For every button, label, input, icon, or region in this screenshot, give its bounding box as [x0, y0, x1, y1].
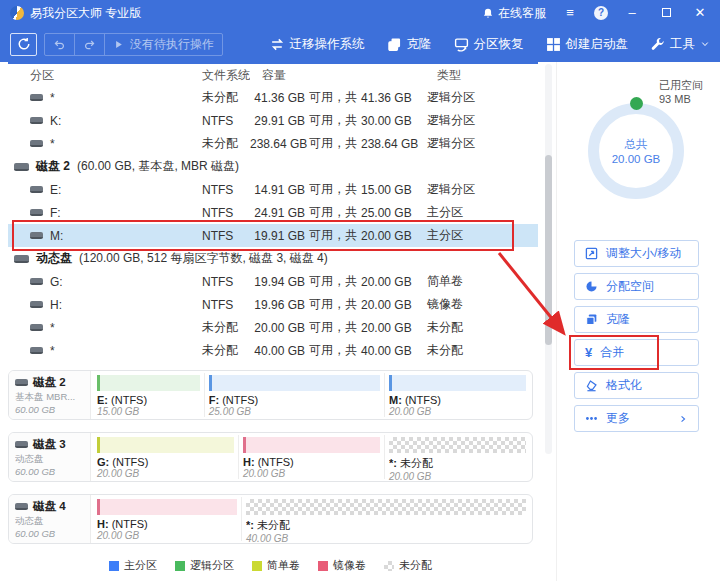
legend-label: 镜像卷	[333, 558, 366, 573]
table-row[interactable]: * 未分配 238.64 GB 可用，共 238.64 GB 逻辑分区	[8, 132, 538, 155]
table-row[interactable]: G: NTFS 19.94 GB 可用，共 20.00 GB 简单卷	[8, 270, 538, 293]
disk-group-info: (60.00 GB, 基本盘, MBR 磁盘)	[77, 158, 239, 175]
help-icon[interactable]: ?	[594, 6, 608, 20]
filesystem-cell: 未分配	[178, 135, 250, 152]
partition-fill-bar	[97, 437, 234, 453]
partition-size: 20.00 GB	[243, 468, 380, 479]
refresh-button[interactable]	[10, 33, 37, 56]
table-row[interactable]: K: NTFS 29.91 GB 可用，共 30.00 GB 逻辑分区	[8, 109, 538, 132]
disk-map-label[interactable]: 磁盘 3 动态盘 60.00 GB	[9, 433, 91, 481]
redo-button[interactable]	[75, 34, 105, 55]
table-row[interactable]: * 未分配 40.00 GB 可用，共 40.00 GB 未分配	[8, 339, 538, 362]
disk-map-label[interactable]: 磁盘 4 动态盘 60.00 GB	[9, 495, 91, 543]
table-row[interactable]: F: NTFS 24.91 GB 可用，共 25.00 GB 主分区	[8, 201, 538, 224]
capacity-total-cell: 15.00 GB	[361, 183, 419, 197]
partition-icon	[30, 278, 43, 285]
table-row[interactable]: M: NTFS 19.91 GB 可用，共 20.00 GB 主分区	[8, 224, 538, 247]
table-row[interactable]: H: NTFS 19.96 GB 可用，共 20.00 GB 镜像卷	[8, 293, 538, 316]
minimize-button[interactable]: –	[622, 5, 642, 21]
partition-fill-bar	[97, 375, 200, 391]
more-button[interactable]: 更多	[574, 405, 699, 432]
online-support-button[interactable]: 在线客服	[482, 5, 546, 22]
disk-map-partition[interactable]: F: (NTFS) 25.00 GB	[204, 373, 384, 417]
capacity-separator: 可用，共	[305, 296, 361, 313]
toolbar-menu-item[interactable]: 分区恢复	[454, 36, 524, 53]
undo-button[interactable]	[45, 34, 75, 55]
toolbar-menu-item[interactable]: 克隆	[387, 36, 432, 53]
recovery-icon	[454, 37, 469, 52]
used-space-dot	[630, 97, 643, 110]
toolbar-menu-item[interactable]: 创建启动盘	[546, 36, 629, 53]
legend-swatch	[318, 561, 328, 571]
filesystem-cell: NTFS	[178, 229, 250, 243]
app-logo-icon	[10, 6, 24, 20]
table-row[interactable]: E: NTFS 14.91 GB 可用，共 15.00 GB 逻辑分区	[8, 178, 538, 201]
table-row[interactable]: * 未分配 20.00 GB 可用，共 20.00 GB 未分配	[8, 316, 538, 339]
partition-name: K:	[50, 114, 61, 128]
disk-group-row[interactable]: 动态盘 (120.00 GB, 512 每扇区字节数, 磁盘 3, 磁盘 4)	[8, 247, 538, 270]
capacity-total-cell: 238.64 GB	[361, 137, 419, 151]
column-type[interactable]: 类型	[429, 67, 538, 84]
toolbar-menu-item[interactable]: 迁移操作系统	[270, 36, 365, 53]
bell-icon	[482, 7, 494, 20]
used-space-label: 已用空间 93 MB	[659, 78, 703, 106]
partition-icon	[30, 301, 43, 308]
column-partition[interactable]: 分区	[8, 67, 178, 84]
column-capacity[interactable]: 容量	[250, 67, 429, 84]
maximize-button[interactable]	[656, 5, 676, 21]
disk-map-partition[interactable]: H: (NTFS) 20.00 GB	[238, 435, 384, 479]
disk-map-label[interactable]: 磁盘 2 基本盘 MBR... 60.00 GB	[9, 371, 91, 419]
disk-name: 磁盘 4	[33, 499, 66, 514]
disk-size: 60.00 GB	[15, 528, 84, 539]
filesystem-cell: NTFS	[178, 298, 250, 312]
merge-button[interactable]: ¥ 合并	[574, 339, 699, 366]
partition-fill-bar	[209, 375, 380, 391]
disk-map-partition[interactable]: G: (NTFS) 20.00 GB	[93, 435, 238, 479]
table-row[interactable]: * 未分配 41.36 GB 可用，共 41.36 GB 逻辑分区	[8, 86, 538, 109]
type-cell: 主分区	[419, 204, 538, 221]
action-label: 格式化	[606, 377, 642, 394]
disk-map-partition[interactable]: H: (NTFS) 20.00 GB	[93, 497, 241, 541]
disk-map-partition[interactable]: *: 未分配 20.00 GB	[384, 435, 530, 479]
play-icon	[113, 39, 124, 50]
toolbar-menu: 迁移操作系统 克隆 分区恢复 创建启动盘 工具	[270, 36, 711, 53]
partition-icon	[30, 324, 43, 331]
clone-icon	[585, 313, 598, 326]
column-filesystem[interactable]: 文件系统	[178, 67, 250, 84]
disk-map-partition[interactable]: E: (NTFS) 15.00 GB	[93, 373, 204, 417]
legend: 主分区 逻辑分区 简单卷 镜像卷 未分配	[8, 558, 533, 573]
type-cell: 简单卷	[419, 273, 538, 290]
disk-map-partition[interactable]: *: 未分配 40.00 GB	[241, 497, 530, 541]
titlebar: 易我分区大师 专业版 在线客服 ≡ ? – ✕	[0, 0, 720, 26]
disk-map-partition[interactable]: M: (NTFS) 20.00 GB	[384, 373, 530, 417]
format-icon	[585, 379, 598, 392]
vertical-scrollbar[interactable]	[545, 64, 552, 454]
scrollbar-thumb[interactable]	[545, 155, 552, 345]
type-cell: 逻辑分区	[419, 181, 538, 198]
capacity-free-cell: 20.00 GB	[250, 321, 305, 335]
disk-group-name: 动态盘	[36, 250, 72, 267]
close-button[interactable]: ✕	[690, 5, 710, 21]
total-space-label: 总共 20.00 GB	[588, 137, 684, 167]
tools-icon	[650, 37, 665, 52]
allocate-button[interactable]: 分配空间	[574, 273, 699, 300]
partition-size: 20.00 GB	[389, 406, 526, 417]
capacity-total-cell: 20.00 GB	[361, 321, 419, 335]
disk-size: 60.00 GB	[15, 404, 84, 415]
partition-fill-bar	[389, 437, 526, 453]
disk-group-info: (120.00 GB, 512 每扇区字节数, 磁盘 3, 磁盘 4)	[79, 250, 328, 267]
disk-type: 动态盘	[15, 453, 84, 466]
legend-label: 未分配	[399, 558, 432, 573]
type-cell: 主分区	[419, 227, 538, 244]
partition-icon	[30, 232, 43, 239]
clone-button[interactable]: 克隆	[574, 306, 699, 333]
format-button[interactable]: 格式化	[574, 372, 699, 399]
capacity-free-cell: 19.96 GB	[250, 298, 305, 312]
toolbar-menu-item[interactable]: 工具	[650, 36, 710, 53]
resize-button[interactable]: 调整大小/移动	[574, 240, 699, 267]
legend-label: 主分区	[124, 558, 157, 573]
pending-operations: 没有待执行操作	[105, 34, 222, 55]
disk-group-row[interactable]: 磁盘 2 (60.00 GB, 基本盘, MBR 磁盘)	[8, 155, 538, 178]
filesystem-cell: NTFS	[178, 275, 250, 289]
menu-icon[interactable]: ≡	[560, 5, 580, 21]
